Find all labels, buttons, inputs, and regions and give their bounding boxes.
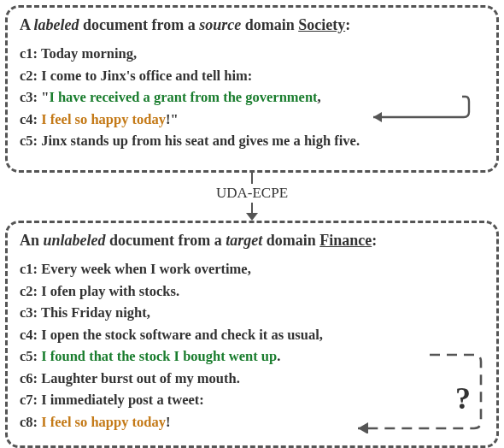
clause-key: c1:	[20, 261, 38, 277]
clause-segment: Today morning,	[38, 45, 137, 62]
connector-line	[251, 173, 253, 184]
clause-segment: This Friday night,	[38, 304, 150, 321]
clause-segment: ,	[318, 89, 321, 105]
clause-segment: !	[166, 414, 171, 430]
title-text: A	[20, 16, 34, 33]
title-text: domain	[241, 16, 298, 33]
clause-segment: Jinx stands up from his seat and gives m…	[38, 133, 360, 149]
clause-key: c4:	[20, 327, 38, 343]
title-labeled: unlabeled	[44, 232, 106, 249]
clause-line: c8: I feel so happy today!	[20, 411, 484, 433]
title-domain: Society	[298, 16, 345, 33]
title-text: domain	[262, 232, 319, 249]
clause-segment: Every week when I work overtime,	[38, 261, 251, 277]
clause-line: c2: I ofen play with stocks.	[20, 280, 484, 303]
clause-line: c1: Every week when I work overtime,	[20, 258, 484, 280]
title-text: document from a	[106, 232, 226, 249]
uda-ecpe-connector: UDA-ECPE	[5, 173, 499, 221]
clause-line: c4: I feel so happy today!"	[20, 109, 484, 131]
clause-line: c1: Today morning,	[20, 43, 484, 65]
clause-key: c2:	[20, 283, 38, 299]
clause-key: c7:	[20, 392, 38, 408]
title-colon: :	[372, 232, 377, 249]
clause-key: c6:	[20, 370, 38, 386]
clause-key: c3:	[20, 89, 38, 105]
connector-label: UDA-ECPE	[211, 185, 293, 202]
title-labeled: labeled	[34, 16, 79, 33]
target-doc-title: An unlabeled document from a target doma…	[20, 232, 484, 250]
source-doc-title: A labeled document from a source domain …	[20, 16, 484, 34]
clause-segment: I come to Jinx's office and tell him:	[38, 68, 252, 84]
clause-key: c5:	[20, 348, 38, 364]
clause-segment: I open the stock software and check it a…	[38, 327, 323, 343]
title-target: target	[226, 232, 262, 249]
arrow-down-icon	[246, 213, 258, 221]
clause-key: c2:	[20, 68, 38, 84]
source-clauses: c1: Today morning,c2: I come to Jinx's o…	[20, 43, 484, 152]
clause-segment: I immediately post a tweet:	[38, 392, 204, 408]
target-clauses: c1: Every week when I work overtime,c2: …	[20, 258, 484, 433]
clause-segment: I ofen play with stocks.	[38, 283, 179, 299]
source-document-box: A labeled document from a source domain …	[5, 5, 499, 173]
target-document-box: An unlabeled document from a target doma…	[5, 221, 499, 448]
clause-line: c6: Laughter burst out of my mouth.	[20, 368, 484, 390]
clause-segment: I feel so happy today	[41, 111, 166, 127]
clause-line: c7: I immediately post a tweet:	[20, 389, 484, 411]
clause-line: c5: Jinx stands up from his seat and giv…	[20, 130, 484, 152]
clause-key: c5:	[20, 133, 38, 149]
clause-key: c8:	[20, 414, 38, 430]
clause-segment: I feel so happy today	[41, 414, 166, 430]
title-source: source	[199, 16, 241, 33]
clause-segment: Laughter burst out of my mouth.	[38, 370, 240, 386]
clause-key: c3:	[20, 304, 38, 321]
clause-line: c5: I found that the stock I bought went…	[20, 345, 484, 368]
question-mark: ?	[455, 380, 471, 416]
clause-segment: .	[277, 348, 280, 364]
title-colon: :	[345, 16, 350, 33]
clause-segment: I found that the stock I bought went up	[41, 348, 277, 364]
clause-line: c2: I come to Jinx's office and tell him…	[20, 65, 484, 87]
clause-segment: !"	[166, 111, 179, 127]
clause-line: c3: This Friday night,	[20, 302, 484, 324]
title-domain: Finance	[319, 232, 372, 249]
clause-line: c4: I open the stock software and check …	[20, 324, 484, 346]
clause-key: c1:	[20, 45, 38, 62]
clause-line: c3: "I have received a grant from the go…	[20, 86, 484, 109]
clause-key: c4:	[20, 111, 38, 127]
clause-segment: I have received a grant from the governm…	[49, 89, 317, 105]
title-text: document from a	[79, 16, 200, 33]
title-text: An	[20, 232, 44, 249]
clause-segment: "	[38, 89, 49, 105]
